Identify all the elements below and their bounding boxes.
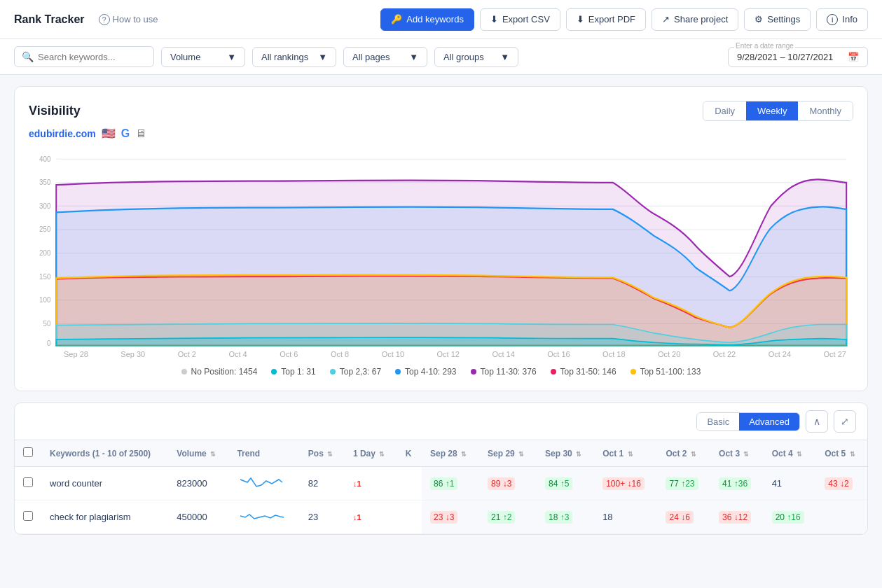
site-info: edubirdie.com 🇺🇸 G 🖥	[29, 127, 853, 140]
trend-header[interactable]: Trend	[228, 440, 299, 467]
calendar-icon: 📅	[848, 52, 859, 62]
all-pages-select[interactable]: All pages ▼	[343, 47, 427, 67]
one-day-cell: ↓1	[345, 500, 397, 534]
sort-icon: ⇅	[743, 451, 749, 458]
header-actions: 🔑 Add keywords ⬇ Export CSV ⬇ Export PDF…	[380, 8, 868, 31]
oct1-header[interactable]: Oct 1 ⇅	[594, 440, 657, 467]
date-cell-2: 84 ↑5	[537, 467, 594, 500]
advanced-view-button[interactable]: Advanced	[739, 413, 799, 430]
google-icon: G	[121, 127, 130, 140]
question-icon: ?	[99, 14, 110, 25]
select-all-checkbox[interactable]	[23, 447, 33, 457]
oct4-header[interactable]: Oct 4 ⇅	[764, 440, 817, 467]
keyword-cell: check for plagiarism	[41, 500, 168, 534]
date-cell-4: 77 ↑23	[657, 467, 710, 500]
one-day-header[interactable]: 1 Day ⇅	[345, 440, 397, 467]
add-keywords-button[interactable]: 🔑 Add keywords	[380, 8, 474, 31]
period-weekly-button[interactable]: Weekly	[746, 102, 798, 120]
keywords-header[interactable]: Keywords (1 - 10 of 2500)	[41, 440, 168, 467]
fullscreen-button[interactable]: ⤢	[834, 410, 856, 433]
svg-text:250: 250	[39, 225, 50, 234]
rank-badge: 20 ↑16	[772, 511, 804, 524]
sep30-header[interactable]: Sep 30 ⇅	[537, 440, 594, 467]
legend-dot	[330, 369, 336, 374]
rank-badge: 84 ↑5	[545, 477, 572, 490]
delta-badge: ↓1	[353, 513, 361, 522]
rank-value: 18	[602, 512, 612, 522]
sort-icon: ⇅	[691, 451, 696, 458]
all-groups-select[interactable]: All groups ▼	[434, 47, 518, 67]
legend-dot	[551, 369, 556, 374]
trend-sparkline	[237, 474, 286, 491]
rank-badge: 100+ ↓16	[602, 477, 645, 490]
oct2-header[interactable]: Oct 2 ⇅	[657, 440, 710, 467]
sort-icon: ⇅	[518, 451, 524, 458]
table-scroll-container[interactable]: Keywords (1 - 10 of 2500) Volume ⇅ Trend…	[15, 440, 867, 534]
svg-text:150: 150	[39, 272, 50, 281]
sort-icon: ⇅	[461, 451, 467, 458]
chart-legend: No Position: 1454 Top 1: 31 Top 2,3: 67 …	[29, 367, 853, 377]
search-input[interactable]	[38, 52, 146, 62]
date-range-picker[interactable]: Enter a date range 9/28/2021 – 10/27/202…	[728, 47, 868, 67]
svg-text:50: 50	[43, 318, 50, 328]
volume-header[interactable]: Volume ⇅	[168, 440, 228, 467]
sort-icon: ⇅	[327, 451, 333, 458]
table-header-row: Keywords (1 - 10 of 2500) Volume ⇅ Trend…	[15, 440, 867, 467]
settings-button[interactable]: ⚙ Settings	[744, 8, 811, 31]
download-pdf-icon: ⬇	[577, 14, 584, 24]
date-cell-6: 20 ↑16	[764, 500, 817, 534]
volume-select[interactable]: Volume ▼	[161, 47, 245, 67]
row-checkbox[interactable]	[23, 511, 33, 521]
pos-header[interactable]: Pos ⇅	[300, 440, 345, 467]
collapse-button[interactable]: ∧	[806, 410, 828, 433]
volume-cell: 450000	[168, 500, 228, 534]
svg-text:400: 400	[39, 154, 50, 163]
all-rankings-select[interactable]: All rankings ▼	[252, 47, 336, 67]
view-mode-selector: Basic Advanced	[696, 412, 800, 431]
row-checkbox[interactable]	[23, 477, 33, 487]
site-link[interactable]: edubirdie.com	[29, 128, 96, 139]
how-to-use-link[interactable]: ? How to use	[99, 14, 158, 25]
svg-text:350: 350	[39, 178, 50, 187]
legend-top51-100: Top 51-100: 133	[631, 367, 701, 377]
svg-text:100: 100	[39, 295, 50, 304]
table-row: word counter 823000 82	[15, 467, 867, 500]
oct3-header[interactable]: Oct 3 ⇅	[710, 440, 764, 467]
svg-text:200: 200	[39, 248, 50, 257]
date-cell-3: 18	[594, 500, 657, 534]
export-csv-button[interactable]: ⬇ Export CSV	[480, 8, 560, 31]
legend-top31-50: Top 31-50: 146	[551, 367, 616, 377]
search-box[interactable]: 🔍	[14, 46, 154, 67]
period-monthly-button[interactable]: Monthly	[798, 102, 853, 120]
oct5-header[interactable]: Oct 5 ⇅	[816, 440, 867, 467]
date-cell-1: 21 ↑2	[479, 500, 537, 534]
trend-cell	[228, 467, 299, 500]
legend-top23: Top 2,3: 67	[330, 367, 381, 377]
rank-value: 41	[772, 478, 782, 489]
basic-view-button[interactable]: Basic	[697, 413, 739, 430]
sort-icon: ⇅	[628, 451, 633, 458]
info-button[interactable]: i Info	[816, 8, 868, 31]
keywords-table: Keywords (1 - 10 of 2500) Volume ⇅ Trend…	[15, 440, 867, 534]
date-range-label: Enter a date range	[734, 42, 795, 50]
kd-header[interactable]: K	[397, 440, 422, 467]
sort-icon: ⇅	[210, 451, 216, 458]
legend-dot	[181, 369, 187, 374]
pos-cell: 82	[300, 467, 345, 500]
period-daily-button[interactable]: Daily	[703, 102, 746, 120]
download-icon: ⬇	[490, 14, 498, 24]
legend-dot	[271, 369, 277, 374]
export-pdf-button[interactable]: ⬇ Export PDF	[566, 8, 646, 31]
select-all-header[interactable]	[15, 440, 41, 467]
main-content: Visibility Daily Weekly Monthly edubirdi…	[0, 75, 882, 546]
svg-text:0: 0	[47, 338, 51, 347]
rank-badge: 43 ↓2	[825, 477, 852, 490]
date-cell-5: 36 ↓12	[710, 500, 764, 534]
share-project-button[interactable]: ↗ Share project	[652, 8, 738, 31]
legend-dot	[395, 369, 401, 374]
sep28-header[interactable]: Sep 28 ⇅	[422, 440, 479, 467]
chart-x-labels: Sep 28 Sep 30 Oct 2 Oct 4 Oct 6 Oct 8 Oc…	[29, 347, 853, 358]
sep29-header[interactable]: Sep 29 ⇅	[479, 440, 537, 467]
kd-cell	[397, 467, 422, 500]
toolbar: 🔍 Volume ▼ All rankings ▼ All pages ▼ Al…	[0, 39, 882, 75]
